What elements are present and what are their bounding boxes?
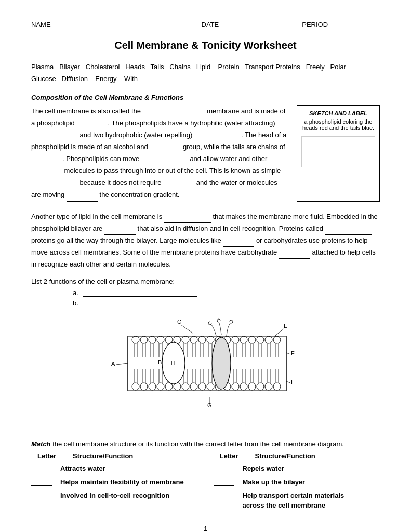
top-heads: C E (132, 318, 287, 357)
svg-line-123 (116, 363, 128, 365)
match-desc-6: Help transport certain materials across … (243, 491, 357, 510)
svg-text:A: A (111, 361, 115, 367)
right-letter-header: Letter (214, 452, 245, 460)
match-row-5: Make up the bilayer (214, 477, 380, 487)
svg-point-4 (132, 336, 139, 343)
name-label: NAME (31, 21, 51, 29)
svg-point-21 (273, 336, 281, 343)
svg-point-100 (182, 383, 189, 390)
paragraph2: Another type of lipid in the cell membra… (31, 211, 380, 270)
match-desc-2: Helps maintain flexibility of membrane (60, 477, 184, 487)
svg-point-111 (273, 383, 281, 390)
cell-membrane-diagram: C E (97, 316, 315, 425)
svg-point-101 (190, 383, 197, 390)
match-intro: Match the cell membrane structure or its… (31, 440, 380, 448)
period-label: PERIOD (302, 21, 328, 29)
blank-match-1[interactable] (31, 464, 52, 472)
name-field[interactable] (56, 21, 191, 29)
svg-text:H: H (171, 361, 175, 366)
svg-point-97 (157, 383, 164, 390)
svg-point-7 (157, 336, 164, 343)
svg-text:E: E (284, 323, 287, 329)
match-desc-1: Attracts water (60, 464, 105, 473)
svg-point-98 (165, 383, 173, 390)
svg-point-12 (198, 336, 206, 343)
svg-point-109 (257, 383, 264, 390)
blank-match-4[interactable] (214, 464, 234, 472)
date-field[interactable] (224, 21, 291, 29)
sketch-desc: a phospholipid coloring the heads red an… (301, 118, 375, 131)
svg-point-114 (212, 337, 231, 389)
list-prompt: List 2 functions of the cell or plasma m… (31, 277, 380, 285)
blank-14[interactable] (325, 223, 372, 235)
blank-match-3[interactable] (31, 491, 52, 499)
blank-15[interactable] (223, 235, 254, 247)
svg-point-117 (230, 320, 233, 323)
svg-point-20 (265, 336, 272, 343)
sketch-box: SKETCH AND LABEL a phospholipid coloring… (297, 105, 380, 202)
date-label: DATE (202, 21, 219, 29)
page-title: Cell Membrane & Tonicity Worksheet (31, 39, 380, 51)
svg-text:I: I (291, 379, 293, 385)
header-row: NAME DATE PERIOD (31, 21, 380, 29)
blank-3[interactable] (31, 129, 78, 141)
sketch-title: SKETCH AND LABEL (301, 110, 375, 116)
match-row-2: Helps maintain flexibility of membrane (31, 477, 198, 487)
svg-point-110 (265, 383, 272, 390)
svg-point-115 (208, 322, 211, 325)
period-field[interactable] (333, 21, 362, 29)
blank-match-6[interactable] (214, 491, 234, 499)
list-b[interactable] (83, 299, 197, 307)
svg-line-126 (286, 353, 290, 354)
blank-10[interactable] (163, 177, 194, 189)
match-row-1: Attracts water (31, 464, 198, 473)
svg-line-1 (181, 325, 193, 333)
svg-point-102 (198, 383, 206, 390)
blank-7[interactable] (141, 153, 188, 165)
left-letter-header: Letter (31, 452, 62, 460)
blank-5[interactable] (150, 141, 181, 153)
diagram-area: C E (31, 316, 380, 425)
section1-title: Composition of the Cell Membrane & Funct… (31, 94, 380, 101)
svg-text:B: B (158, 359, 162, 365)
blank-16[interactable] (279, 247, 310, 259)
composition-section: The cell membrane is also called the mem… (31, 105, 380, 202)
blank-6[interactable] (31, 153, 62, 165)
blank-match-5[interactable] (214, 477, 234, 486)
composition-text: The cell membrane is also called the mem… (31, 105, 288, 202)
word-bank: Plasma Bilayer Cholesterol Heads Tails C… (31, 61, 380, 85)
svg-point-10 (182, 336, 189, 343)
list-a[interactable] (83, 288, 197, 297)
blank-13[interactable] (104, 223, 136, 235)
blank-match-2[interactable] (31, 477, 52, 486)
svg-text:C: C (177, 318, 181, 325)
blank-8[interactable] (31, 165, 62, 177)
match-desc-5: Make up the bilayer (243, 477, 306, 487)
match-left-col: Letter Structure/Function Attracts water… (31, 452, 198, 514)
match-table: Letter Structure/Function Attracts water… (31, 452, 380, 514)
match-section: Match the cell membrane structure or its… (31, 440, 380, 514)
svg-point-108 (248, 383, 256, 390)
left-structure-header: Structure/Function (73, 452, 133, 460)
svg-point-17 (240, 336, 247, 343)
match-row-4: Repels water (214, 464, 380, 473)
right-structure-header: Structure/Function (255, 452, 315, 460)
blank-9[interactable] (31, 177, 78, 189)
match-row-6: Help transport certain materials across … (214, 491, 380, 510)
svg-point-103 (207, 383, 214, 390)
page-number: 1 (31, 525, 380, 532)
blank-2[interactable] (76, 117, 108, 129)
blank-12[interactable] (164, 211, 211, 223)
svg-point-13 (207, 336, 214, 343)
svg-point-16 (232, 336, 239, 343)
svg-point-106 (232, 383, 239, 390)
blank-11[interactable] (67, 189, 98, 201)
blank-1[interactable] (143, 105, 205, 117)
blank-4[interactable] (194, 129, 241, 141)
svg-point-19 (257, 336, 264, 343)
match-right-col: Letter Structure/Function Repels water M… (214, 452, 380, 514)
list-section: List 2 functions of the cell or plasma m… (31, 277, 380, 307)
svg-point-96 (149, 383, 156, 390)
svg-point-107 (240, 383, 247, 390)
svg-point-11 (190, 336, 197, 343)
